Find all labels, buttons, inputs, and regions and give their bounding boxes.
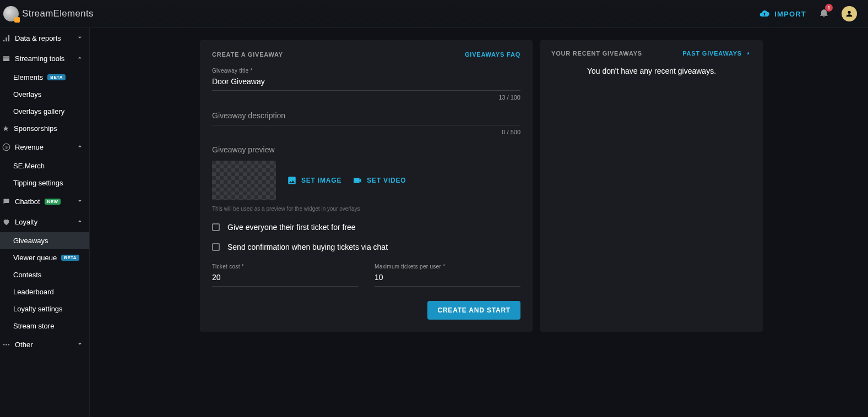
user-icon	[845, 9, 854, 18]
confirm-label: Send confirmation when buying tickets vi…	[227, 243, 388, 251]
recent-empty-text: You don't have any recent giveaways.	[551, 67, 752, 75]
description-label[interactable]: Giveaway description	[212, 111, 285, 120]
sidebar-item-leaderboard[interactable]: Leaderboard	[0, 283, 89, 300]
sidebar-group-label: Other	[15, 341, 33, 349]
sidebar-item-label: Leaderboard	[13, 288, 54, 296]
sidebar-item-stream-store[interactable]: Stream store	[0, 317, 89, 334]
set-video-button[interactable]: SET VIDEO	[352, 175, 406, 185]
sidebar-group-revenue[interactable]: $Revenue	[0, 137, 89, 157]
sidebar-group-label: Loyalty	[15, 218, 37, 226]
title-input[interactable]	[212, 74, 520, 91]
preview-hint: This will be used as a preview for the w…	[212, 206, 520, 212]
brand-logo[interactable]: StreamElements	[0, 6, 94, 21]
ticket-cost-label: Ticket cost *	[212, 264, 358, 270]
ticket-cost-input[interactable]	[212, 270, 358, 287]
sidebar-item-viewer-queue[interactable]: Viewer queueBETA	[0, 249, 89, 266]
topbar: StreamElements IMPORT 1	[0, 0, 868, 28]
past-giveaways-link[interactable]: PAST GIVEAWAYS	[682, 50, 752, 57]
main-content: CREATE A GIVEAWAY GIVEAWAYS FAQ Giveaway…	[90, 28, 868, 417]
sidebar-item-label: Loyalty settings	[13, 305, 63, 313]
sidebar-item-tipping-settings[interactable]: Tipping settings	[0, 174, 89, 191]
sidebar-item-label: Viewer queue	[13, 254, 57, 262]
sidebar-item-elements[interactable]: ElementsBETA	[0, 69, 89, 86]
max-tickets-input[interactable]	[375, 270, 520, 287]
first-ticket-label: Give everyone their first ticket for fre…	[227, 223, 356, 232]
sidebar-item-label: Elements	[13, 73, 43, 81]
svg-text:$: $	[5, 145, 8, 150]
import-label: IMPORT	[774, 10, 806, 18]
sidebar-group-loyalty[interactable]: Loyalty	[0, 212, 89, 232]
past-giveaways-label: PAST GIVEAWAYS	[682, 50, 742, 57]
sidebar-badge: NEW	[45, 199, 61, 205]
sidebar-item-label: Sponsorships	[14, 124, 57, 133]
set-image-button[interactable]: SET IMAGE	[287, 175, 341, 185]
sidebar-item-overlays-gallery[interactable]: Overlays gallery	[0, 103, 89, 120]
sidebar-item-label: Stream store	[13, 322, 54, 330]
sidebar-group-label: Data & reports	[15, 34, 61, 42]
chevron-right-icon	[745, 50, 752, 57]
chevron-down-icon	[76, 197, 84, 206]
recent-card-title: YOUR RECENT GIVEAWAYS	[551, 50, 642, 57]
sidebar-item-sponsorships[interactable]: Sponsorships	[0, 120, 89, 137]
video-icon	[352, 175, 362, 185]
title-counter: 13 / 100	[212, 94, 520, 101]
sidebar-item-overlays[interactable]: Overlays	[0, 86, 89, 103]
preview-thumbnail[interactable]	[212, 161, 276, 200]
sidebar-item-loyalty-settings[interactable]: Loyalty settings	[0, 300, 89, 317]
sidebar-item-contests[interactable]: Contests	[0, 266, 89, 283]
sidebar-group-label: Chatbot	[15, 197, 40, 206]
sidebar-item-se-merch[interactable]: SE.Merch	[0, 157, 89, 174]
cloud-upload-icon	[759, 8, 770, 19]
confirm-checkbox[interactable]	[212, 243, 220, 251]
max-tickets-label: Maximum tickets per user *	[375, 264, 520, 270]
sidebar-group-other[interactable]: Other	[0, 334, 89, 355]
avatar-button[interactable]	[842, 6, 857, 21]
sidebar-item-label: Overlays gallery	[13, 107, 64, 116]
sidebar-group-label: Streaming tools	[15, 54, 64, 63]
sidebar-item-label: Contests	[13, 271, 41, 279]
description-counter: 0 / 500	[212, 129, 520, 135]
notifications-button[interactable]: 1	[818, 7, 829, 20]
sidebar-group-label: Revenue	[15, 143, 44, 151]
svg-point-3	[6, 344, 7, 345]
create-giveaway-card: CREATE A GIVEAWAY GIVEAWAYS FAQ Giveaway…	[200, 40, 533, 332]
sidebar-badge: BETA	[47, 74, 66, 80]
recent-giveaways-card: YOUR RECENT GIVEAWAYS PAST GIVEAWAYS You…	[540, 40, 763, 332]
preview-label: Giveaway preview	[212, 145, 520, 154]
chevron-up-icon	[76, 217, 84, 227]
sidebar-badge: BETA	[61, 255, 79, 261]
create-card-title: CREATE A GIVEAWAY	[212, 51, 283, 58]
brand-icon	[3, 6, 19, 21]
sidebar-group-streaming-tools[interactable]: Streaming tools	[0, 48, 89, 69]
chevron-down-icon	[76, 34, 84, 43]
first-ticket-checkbox[interactable]	[212, 223, 220, 231]
chevron-up-icon	[76, 142, 84, 152]
sidebar-item-label: Giveaways	[13, 237, 48, 245]
create-and-start-button[interactable]: CREATE AND START	[427, 301, 520, 320]
sidebar-item-label: Tipping settings	[13, 179, 63, 187]
sidebar-group-data-reports[interactable]: Data & reports	[0, 28, 89, 48]
import-button[interactable]: IMPORT	[759, 8, 806, 19]
chevron-down-icon	[76, 340, 84, 349]
brand-text: StreamElements	[22, 8, 94, 19]
set-image-label: SET IMAGE	[301, 177, 341, 184]
chevron-up-icon	[76, 54, 84, 63]
notification-badge: 1	[825, 4, 833, 12]
svg-point-4	[8, 344, 10, 345]
sidebar-item-giveaways[interactable]: Giveaways	[0, 232, 89, 249]
svg-point-2	[3, 344, 5, 345]
set-video-label: SET VIDEO	[367, 177, 406, 184]
sidebar-item-label: Overlays	[13, 90, 41, 98]
sidebar-group-chatbot[interactable]: ChatbotNEW	[0, 191, 89, 212]
sidebar-item-label: SE.Merch	[13, 162, 45, 170]
image-icon	[287, 175, 297, 185]
faq-link[interactable]: GIVEAWAYS FAQ	[465, 51, 520, 58]
sidebar: Data & reportsStreaming toolsElementsBET…	[0, 28, 90, 417]
title-label: Giveaway title *	[212, 68, 520, 74]
